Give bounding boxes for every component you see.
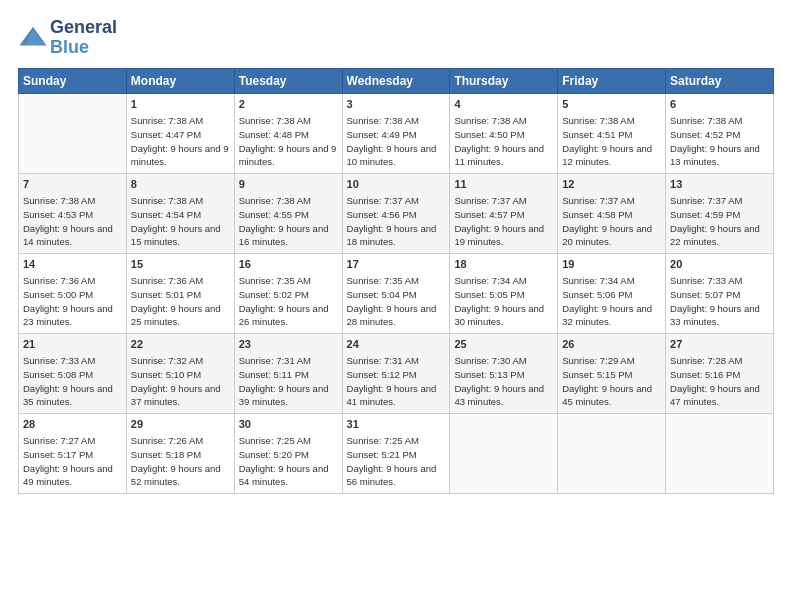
calendar-cell: 14Sunrise: 7:36 AMSunset: 5:00 PMDayligh…: [19, 253, 127, 333]
calendar-cell: 7Sunrise: 7:38 AMSunset: 4:53 PMDaylight…: [19, 173, 127, 253]
day-info: Sunrise: 7:36 AMSunset: 5:00 PMDaylight:…: [23, 274, 122, 329]
calendar-cell: 8Sunrise: 7:38 AMSunset: 4:54 PMDaylight…: [126, 173, 234, 253]
weekday-monday: Monday: [126, 68, 234, 93]
calendar-cell: 6Sunrise: 7:38 AMSunset: 4:52 PMDaylight…: [666, 93, 774, 173]
day-number: 11: [454, 177, 553, 192]
weekday-tuesday: Tuesday: [234, 68, 342, 93]
day-number: 24: [347, 337, 446, 352]
day-info: Sunrise: 7:37 AMSunset: 4:59 PMDaylight:…: [670, 194, 769, 249]
weekday-header-row: SundayMondayTuesdayWednesdayThursdayFrid…: [19, 68, 774, 93]
day-number: 28: [23, 417, 122, 432]
day-info: Sunrise: 7:37 AMSunset: 4:58 PMDaylight:…: [562, 194, 661, 249]
day-info: Sunrise: 7:38 AMSunset: 4:51 PMDaylight:…: [562, 114, 661, 169]
logo: General Blue: [18, 18, 117, 58]
day-number: 17: [347, 257, 446, 272]
calendar-cell: 16Sunrise: 7:35 AMSunset: 5:02 PMDayligh…: [234, 253, 342, 333]
day-info: Sunrise: 7:38 AMSunset: 4:49 PMDaylight:…: [347, 114, 446, 169]
day-info: Sunrise: 7:37 AMSunset: 4:57 PMDaylight:…: [454, 194, 553, 249]
calendar-cell: 21Sunrise: 7:33 AMSunset: 5:08 PMDayligh…: [19, 333, 127, 413]
calendar-cell: 4Sunrise: 7:38 AMSunset: 4:50 PMDaylight…: [450, 93, 558, 173]
calendar-body: 1Sunrise: 7:38 AMSunset: 4:47 PMDaylight…: [19, 93, 774, 493]
day-number: 13: [670, 177, 769, 192]
weekday-friday: Friday: [558, 68, 666, 93]
day-info: Sunrise: 7:30 AMSunset: 5:13 PMDaylight:…: [454, 354, 553, 409]
day-info: Sunrise: 7:33 AMSunset: 5:08 PMDaylight:…: [23, 354, 122, 409]
day-number: 18: [454, 257, 553, 272]
calendar-cell: 30Sunrise: 7:25 AMSunset: 5:20 PMDayligh…: [234, 413, 342, 493]
week-row-3: 14Sunrise: 7:36 AMSunset: 5:00 PMDayligh…: [19, 253, 774, 333]
calendar-header: SundayMondayTuesdayWednesdayThursdayFrid…: [19, 68, 774, 93]
day-number: 6: [670, 97, 769, 112]
day-info: Sunrise: 7:34 AMSunset: 5:05 PMDaylight:…: [454, 274, 553, 329]
calendar-cell: 3Sunrise: 7:38 AMSunset: 4:49 PMDaylight…: [342, 93, 450, 173]
day-number: 21: [23, 337, 122, 352]
calendar-cell: 19Sunrise: 7:34 AMSunset: 5:06 PMDayligh…: [558, 253, 666, 333]
day-info: Sunrise: 7:38 AMSunset: 4:54 PMDaylight:…: [131, 194, 230, 249]
header: General Blue: [18, 18, 774, 58]
calendar-cell: 1Sunrise: 7:38 AMSunset: 4:47 PMDaylight…: [126, 93, 234, 173]
calendar-cell: [450, 413, 558, 493]
calendar-cell: 11Sunrise: 7:37 AMSunset: 4:57 PMDayligh…: [450, 173, 558, 253]
day-number: 31: [347, 417, 446, 432]
calendar-cell: 18Sunrise: 7:34 AMSunset: 5:05 PMDayligh…: [450, 253, 558, 333]
calendar-cell: 25Sunrise: 7:30 AMSunset: 5:13 PMDayligh…: [450, 333, 558, 413]
weekday-thursday: Thursday: [450, 68, 558, 93]
day-number: 9: [239, 177, 338, 192]
week-row-2: 7Sunrise: 7:38 AMSunset: 4:53 PMDaylight…: [19, 173, 774, 253]
week-row-5: 28Sunrise: 7:27 AMSunset: 5:17 PMDayligh…: [19, 413, 774, 493]
page: General Blue SundayMondayTuesdayWednesda…: [0, 0, 792, 612]
day-info: Sunrise: 7:29 AMSunset: 5:15 PMDaylight:…: [562, 354, 661, 409]
day-number: 27: [670, 337, 769, 352]
weekday-saturday: Saturday: [666, 68, 774, 93]
day-info: Sunrise: 7:26 AMSunset: 5:18 PMDaylight:…: [131, 434, 230, 489]
day-number: 14: [23, 257, 122, 272]
calendar-cell: 17Sunrise: 7:35 AMSunset: 5:04 PMDayligh…: [342, 253, 450, 333]
day-number: 12: [562, 177, 661, 192]
day-number: 30: [239, 417, 338, 432]
calendar-cell: 2Sunrise: 7:38 AMSunset: 4:48 PMDaylight…: [234, 93, 342, 173]
day-number: 29: [131, 417, 230, 432]
calendar-cell: 9Sunrise: 7:38 AMSunset: 4:55 PMDaylight…: [234, 173, 342, 253]
logo-icon: [18, 23, 48, 53]
day-number: 19: [562, 257, 661, 272]
logo-text: General Blue: [50, 18, 117, 58]
day-info: Sunrise: 7:36 AMSunset: 5:01 PMDaylight:…: [131, 274, 230, 329]
calendar-cell: 10Sunrise: 7:37 AMSunset: 4:56 PMDayligh…: [342, 173, 450, 253]
day-info: Sunrise: 7:34 AMSunset: 5:06 PMDaylight:…: [562, 274, 661, 329]
day-info: Sunrise: 7:28 AMSunset: 5:16 PMDaylight:…: [670, 354, 769, 409]
day-number: 25: [454, 337, 553, 352]
calendar-cell: 26Sunrise: 7:29 AMSunset: 5:15 PMDayligh…: [558, 333, 666, 413]
day-number: 1: [131, 97, 230, 112]
day-info: Sunrise: 7:37 AMSunset: 4:56 PMDaylight:…: [347, 194, 446, 249]
day-number: 23: [239, 337, 338, 352]
day-number: 15: [131, 257, 230, 272]
calendar-cell: 27Sunrise: 7:28 AMSunset: 5:16 PMDayligh…: [666, 333, 774, 413]
week-row-4: 21Sunrise: 7:33 AMSunset: 5:08 PMDayligh…: [19, 333, 774, 413]
day-info: Sunrise: 7:38 AMSunset: 4:48 PMDaylight:…: [239, 114, 338, 169]
calendar-cell: 20Sunrise: 7:33 AMSunset: 5:07 PMDayligh…: [666, 253, 774, 333]
day-info: Sunrise: 7:38 AMSunset: 4:55 PMDaylight:…: [239, 194, 338, 249]
calendar-cell: 24Sunrise: 7:31 AMSunset: 5:12 PMDayligh…: [342, 333, 450, 413]
day-info: Sunrise: 7:38 AMSunset: 4:50 PMDaylight:…: [454, 114, 553, 169]
day-info: Sunrise: 7:32 AMSunset: 5:10 PMDaylight:…: [131, 354, 230, 409]
weekday-wednesday: Wednesday: [342, 68, 450, 93]
week-row-1: 1Sunrise: 7:38 AMSunset: 4:47 PMDaylight…: [19, 93, 774, 173]
day-number: 22: [131, 337, 230, 352]
calendar-table: SundayMondayTuesdayWednesdayThursdayFrid…: [18, 68, 774, 494]
day-info: Sunrise: 7:38 AMSunset: 4:52 PMDaylight:…: [670, 114, 769, 169]
day-number: 8: [131, 177, 230, 192]
calendar-cell: [558, 413, 666, 493]
weekday-sunday: Sunday: [19, 68, 127, 93]
calendar-cell: 31Sunrise: 7:25 AMSunset: 5:21 PMDayligh…: [342, 413, 450, 493]
calendar-cell: 28Sunrise: 7:27 AMSunset: 5:17 PMDayligh…: [19, 413, 127, 493]
day-number: 7: [23, 177, 122, 192]
day-info: Sunrise: 7:33 AMSunset: 5:07 PMDaylight:…: [670, 274, 769, 329]
calendar-cell: 23Sunrise: 7:31 AMSunset: 5:11 PMDayligh…: [234, 333, 342, 413]
day-info: Sunrise: 7:31 AMSunset: 5:12 PMDaylight:…: [347, 354, 446, 409]
day-info: Sunrise: 7:31 AMSunset: 5:11 PMDaylight:…: [239, 354, 338, 409]
day-info: Sunrise: 7:35 AMSunset: 5:04 PMDaylight:…: [347, 274, 446, 329]
calendar-cell: [19, 93, 127, 173]
day-number: 2: [239, 97, 338, 112]
calendar-cell: 22Sunrise: 7:32 AMSunset: 5:10 PMDayligh…: [126, 333, 234, 413]
day-info: Sunrise: 7:35 AMSunset: 5:02 PMDaylight:…: [239, 274, 338, 329]
